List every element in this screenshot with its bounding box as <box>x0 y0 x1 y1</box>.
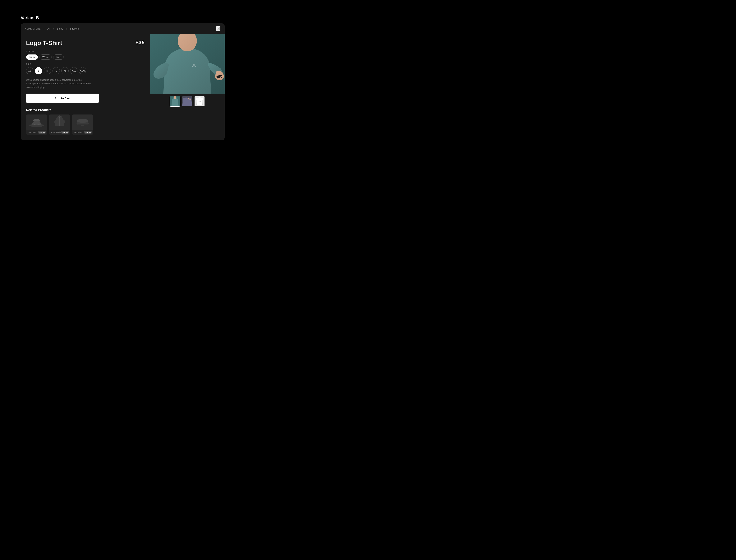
color-btn-white[interactable]: White <box>40 54 52 60</box>
thumbnail-3[interactable]: ACME <box>194 96 205 107</box>
related-item-info-acme-hoodie: Acme Hoodie $50.00 <box>49 130 70 135</box>
size-options: XS S M L XL XXL XXXL <box>26 67 145 74</box>
product-image-area: ACME <box>150 34 225 140</box>
size-btn-xxxl[interactable]: XXXL <box>79 67 86 74</box>
color-options: Black White Blue <box>26 54 145 60</box>
svg-point-16 <box>174 96 177 100</box>
store-name: ACME STORE <box>25 28 41 30</box>
nav-link-all[interactable]: All <box>47 27 50 30</box>
size-btn-xxl[interactable]: XXL <box>70 67 77 74</box>
related-item-payload-hat[interactable]: Payload Hat $20.00 <box>72 114 93 135</box>
main-content: Logo T-Shirt $35 COLOR Black White Blue … <box>21 34 225 140</box>
size-btn-m[interactable]: M <box>44 67 51 74</box>
related-item-price-payload-hat: $20.00 <box>84 131 92 134</box>
product-info: Logo T-Shirt $35 COLOR Black White Blue … <box>21 34 150 140</box>
related-item-info-cowboy-hat: Cowboy Hat $25.00 <box>26 130 47 135</box>
color-section: COLOR Black White Blue <box>26 50 145 60</box>
related-item-cowboy-hat[interactable]: Cowboy Hat $25.00 <box>26 114 47 135</box>
add-to-cart-button[interactable]: Add to Cart <box>26 94 99 103</box>
nav-link-stickers[interactable]: Stickers <box>70 27 79 30</box>
product-title: Logo T-Shirt <box>26 40 62 47</box>
product-image-svg <box>150 34 225 94</box>
cowboy-hat-icon <box>29 117 44 127</box>
svg-point-3 <box>59 117 60 118</box>
product-description: 60% combed ringspun cotton/40% polyester… <box>26 78 91 89</box>
related-item-price-acme-hoodie: $50.00 <box>61 131 69 134</box>
main-product-image <box>150 34 225 94</box>
size-btn-xl[interactable]: XL <box>61 67 69 74</box>
thumb-image-3: ACME <box>195 96 205 107</box>
related-item-name-cowboy-hat: Cowboy Hat <box>28 131 37 133</box>
related-products-section: Related Products <box>26 108 145 135</box>
size-btn-xs[interactable]: XS <box>26 67 33 74</box>
store-nav: ACME STORE / All / Shirts / Stickers <box>21 23 225 34</box>
snapback-hat-icon <box>76 117 90 127</box>
thumb-image-2 <box>182 96 192 107</box>
related-item-acme-hoodie[interactable]: Acme Hoodie $50.00 <box>49 114 70 135</box>
related-item-image-cowboy-hat <box>26 114 47 130</box>
product-price: $35 <box>136 40 145 46</box>
size-section: SIZE XS S M L XL XXL XXXL <box>26 63 145 74</box>
variant-label: Variant B <box>0 15 245 20</box>
cart-icon <box>217 26 220 30</box>
hoodie-icon <box>54 115 65 129</box>
nav-link-shirts[interactable]: Shirts <box>57 27 63 30</box>
related-item-image-acme-hoodie <box>49 114 70 130</box>
related-item-price-cowboy-hat: $25.00 <box>38 131 46 134</box>
product-header: Logo T-Shirt $35 <box>26 40 145 47</box>
svg-point-5 <box>77 119 88 123</box>
related-grid: Cowboy Hat $25.00 <box>26 114 145 135</box>
size-label: SIZE <box>26 63 145 65</box>
related-item-name-acme-hoodie: Acme Hoodie <box>51 131 61 133</box>
size-btn-l[interactable]: L <box>53 67 60 74</box>
size-btn-s[interactable]: S <box>35 67 42 74</box>
thumbnail-1[interactable] <box>170 96 180 107</box>
thumbnail-2[interactable] <box>182 96 193 107</box>
thumb-inner-3: ACME <box>195 96 205 106</box>
color-btn-black[interactable]: Black <box>26 54 38 60</box>
svg-rect-7 <box>81 125 84 126</box>
related-item-name-payload-hat: Payload Hat <box>74 131 83 133</box>
svg-text:ACME: ACME <box>198 101 202 102</box>
related-item-image-payload-hat <box>72 114 93 130</box>
nav-left: ACME STORE / All / Shirts / Stickers <box>25 27 79 30</box>
related-title: Related Products <box>26 108 145 112</box>
thumb-image-1 <box>170 96 180 107</box>
svg-point-2 <box>33 119 40 121</box>
store-card: ACME STORE / All / Shirts / Stickers <box>21 23 225 140</box>
thumbnail-row: ACME <box>170 96 205 107</box>
thumb-inner-2 <box>182 96 192 106</box>
related-item-info-payload-hat: Payload Hat $20.00 <box>72 130 93 135</box>
color-btn-blue[interactable]: Blue <box>53 54 64 60</box>
color-label: COLOR <box>26 50 145 53</box>
cart-button[interactable] <box>216 26 221 31</box>
thumb-inner-1 <box>170 96 180 106</box>
